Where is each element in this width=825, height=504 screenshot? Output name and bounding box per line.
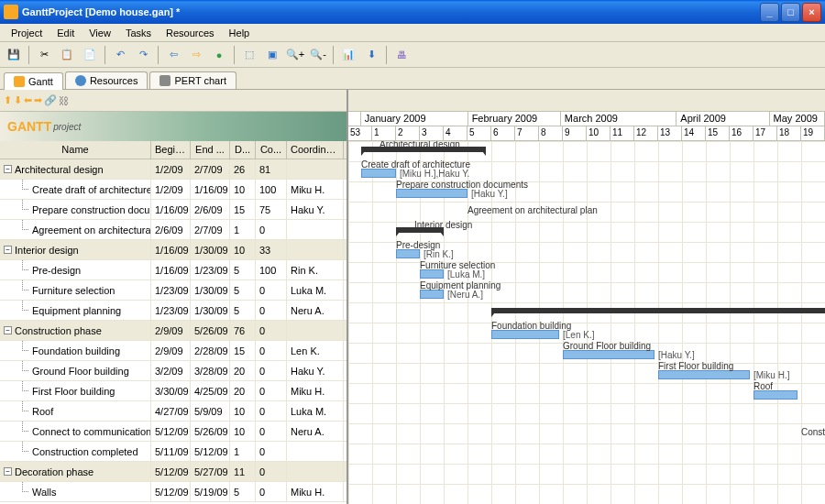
gantt-label: Foundation building (491, 321, 571, 331)
gantt-label: First Floor building (658, 361, 733, 371)
task-row[interactable]: Roof4/27/095/9/09100Luka M. (0, 401, 346, 422)
task-row[interactable]: Walls5/12/095/19/0950Miku H. (0, 482, 346, 502)
window-title: GanttProject [Demo house.gan] * (22, 6, 760, 17)
timeline-header: January 2009February 2009March 2009April… (348, 112, 825, 141)
outdent-icon[interactable]: ⬇ (14, 94, 22, 106)
maximize-button[interactable]: □ (781, 3, 800, 22)
menu-project[interactable]: Project (4, 26, 50, 40)
expander-icon[interactable]: − (4, 165, 12, 173)
task-name: Pre-design (22, 265, 81, 276)
task-row[interactable]: −Architectural design1/2/092/7/092681 (0, 159, 346, 180)
back-icon[interactable]: ⇦ (163, 45, 183, 65)
gantt-task-bar[interactable] (420, 290, 444, 299)
task-row[interactable]: −Construction phase2/9/095/26/09760 (0, 321, 346, 341)
menu-tasks[interactable]: Tasks (118, 26, 159, 40)
task-cell-dur: 15 (230, 341, 256, 360)
task-row[interactable]: Connect to communications5/12/095/26/091… (0, 422, 346, 442)
task-row[interactable]: −Decoration phase5/12/095/27/09110 (0, 462, 346, 482)
task-row[interactable]: Prepare construction documents1/16/092/6… (0, 200, 346, 220)
task-row[interactable]: First Floor building3/30/094/25/09200Mik… (0, 381, 346, 401)
menu-view[interactable]: View (82, 26, 118, 40)
task-cell-dur: 10 (230, 180, 256, 199)
export-icon[interactable]: ⬇ (361, 45, 381, 65)
gantt-task-bar[interactable] (754, 390, 798, 400)
expander-icon[interactable]: − (4, 246, 12, 254)
task-cell-dur: 11 (230, 462, 256, 481)
task-cell-dur: 1 (230, 442, 256, 461)
gantt-task-bar[interactable] (420, 269, 444, 279)
today-icon[interactable]: ● (209, 45, 229, 65)
gantt-summary-bar[interactable] (491, 308, 825, 313)
cut-icon[interactable]: ✂ (34, 45, 54, 65)
expander-icon[interactable]: − (4, 467, 12, 476)
task-row[interactable]: Equipment planning1/23/091/30/0950Neru A… (0, 301, 346, 321)
tab-resources[interactable]: Resources (65, 71, 148, 89)
task-row[interactable]: Foundation building2/9/092/28/09150Len K… (0, 341, 346, 361)
link-icon[interactable]: 🔗 (44, 94, 57, 106)
week-cell: 5 (468, 126, 491, 141)
task-cell-end: 5/26/09 (191, 422, 230, 441)
close-button[interactable]: × (802, 3, 821, 22)
gantt-assignee: [Rin K.] (424, 249, 454, 259)
task-cell-end: 1/30/09 (191, 280, 230, 300)
task-cell-dur: 5 (230, 482, 256, 501)
expander-icon[interactable]: − (4, 326, 12, 334)
copy-icon[interactable]: 📋 (57, 45, 77, 65)
week-cell: 7 (515, 126, 539, 141)
unindent-icon[interactable]: ⬅ (24, 94, 32, 106)
logo-banner: GANTT project (0, 112, 346, 141)
gantt-label: Roof (754, 381, 773, 391)
gantt-task-bar[interactable] (491, 330, 559, 339)
week-cell: 53 (348, 126, 372, 141)
task-cell-dur: 10 (230, 422, 256, 441)
task-row[interactable]: Pre-design1/16/091/23/095100Rin K. (0, 260, 346, 280)
task-row[interactable]: Create draft of architecture1/2/091/16/0… (0, 180, 346, 200)
task-row[interactable]: Ground Floor building3/2/093/28/09200Hak… (0, 361, 346, 381)
gantt-spacer (348, 90, 825, 112)
menu-edit[interactable]: Edit (50, 26, 82, 40)
paste-icon[interactable]: 📄 (80, 45, 100, 65)
chart-icon[interactable]: 📊 (338, 45, 358, 65)
task-cell-begin: 2/6/09 (151, 220, 191, 239)
gantt-chart[interactable]: Architectural designCreate draft of arch… (348, 141, 825, 504)
tab-pert[interactable]: PERT chart (149, 71, 236, 89)
gantt-task-bar[interactable] (563, 350, 654, 359)
col-begin[interactable]: Begin d... (151, 141, 191, 159)
task-row[interactable]: Construction completed5/11/095/12/0910 (0, 442, 346, 462)
indent-icon[interactable]: ⬆ (4, 94, 12, 106)
print-icon[interactable]: 🖶 (391, 45, 412, 65)
col-coord[interactable]: Coordinator (287, 141, 344, 159)
zoom-fit-icon[interactable]: ⬚ (239, 45, 259, 65)
zoom-out-icon[interactable]: 🔍- (308, 45, 328, 65)
gantt-task-bar[interactable] (361, 169, 396, 178)
undo-icon[interactable]: ↶ (110, 45, 130, 65)
col-co[interactable]: Co... (256, 141, 287, 159)
gantt-label: Constructio (801, 427, 825, 437)
task-row[interactable]: Agreement on architectural plan2/6/092/7… (0, 220, 346, 240)
gantt-task-bar[interactable] (396, 249, 420, 258)
week-cell: 6 (491, 126, 515, 141)
col-d[interactable]: D... (230, 141, 256, 159)
indent2-icon[interactable]: ➡ (34, 94, 42, 106)
redo-icon[interactable]: ↷ (133, 45, 153, 65)
menu-resources[interactable]: Resources (159, 26, 222, 40)
save-icon[interactable]: 💾 (4, 45, 24, 65)
menu-help[interactable]: Help (222, 26, 258, 40)
task-cell-end: 1/23/09 (191, 260, 230, 279)
zoom-in-icon[interactable]: 🔍+ (285, 45, 305, 65)
minimize-button[interactable]: _ (760, 3, 779, 22)
gantt-task-bar[interactable] (396, 189, 468, 198)
task-row[interactable]: −Interior design1/16/091/30/091033 (0, 240, 346, 260)
month-row: January 2009February 2009March 2009April… (348, 112, 825, 126)
week-cell: 9 (563, 126, 587, 141)
forward-icon[interactable]: ⇨ (186, 45, 206, 65)
unlink-icon[interactable]: ⛓ (59, 95, 69, 106)
zoom-reset-icon[interactable]: ▣ (262, 45, 282, 65)
tab-gantt[interactable]: Gantt (4, 72, 63, 90)
col-name[interactable]: Name (0, 141, 151, 159)
col-end[interactable]: End ... (191, 141, 230, 159)
gantt-assignee: [Neru A.] (447, 290, 483, 300)
task-row[interactable]: Furniture selection1/23/091/30/0950Luka … (0, 280, 346, 301)
week-cell: 16 (730, 126, 754, 141)
gantt-task-bar[interactable] (658, 370, 750, 379)
